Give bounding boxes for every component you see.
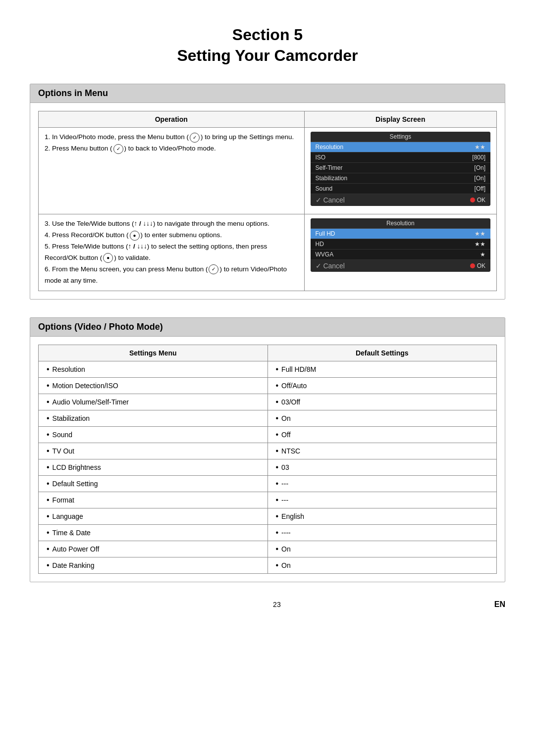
settings-screen: Settings Resolution ★★ ISO [800] Self-Ti… xyxy=(311,132,491,206)
ok-icon-2: ● xyxy=(103,253,113,263)
bullet-icon: • xyxy=(276,480,279,488)
setting-cell: • Sound xyxy=(39,426,268,443)
setting-cell: • Audio Volume/Self-Timer xyxy=(39,394,268,410)
screen-row-wvga: WVGA ★ xyxy=(311,250,491,260)
bullet-icon: • xyxy=(47,414,50,422)
cancel-icon-1: ✓ Cancel xyxy=(316,196,345,204)
screen-row-stabilization: Stabilization [On] xyxy=(311,173,491,184)
default-value: Full HD/8M xyxy=(281,365,316,373)
page-number: 23 xyxy=(59,601,494,608)
bullet-icon: • xyxy=(47,480,50,488)
options-in-menu-header: Options in Menu xyxy=(30,84,505,103)
screen-row-fullhd: Full HD ★★ xyxy=(311,229,491,239)
operation-cell-1: 1. In Video/Photo mode, press the Menu b… xyxy=(39,128,305,214)
section-title-line1: Section 5 xyxy=(232,26,303,44)
default-cell: • On xyxy=(268,410,497,426)
options-in-menu-content: Operation Display Screen 1. In Video/Pho… xyxy=(30,103,505,299)
ok-circle-2 xyxy=(470,263,475,268)
default-cell: • --- xyxy=(268,492,497,508)
col-settings-header: Settings Menu xyxy=(39,345,268,361)
bullet-icon: • xyxy=(276,545,279,553)
setting-label: Time & Date xyxy=(53,529,91,537)
default-cell: • 03 xyxy=(268,459,497,475)
table-row: • Time & Date • ---- xyxy=(39,524,497,541)
setting-label: Resolution xyxy=(53,365,85,373)
default-value: ---- xyxy=(281,529,291,537)
bullet-icon: • xyxy=(47,398,50,406)
setting-cell: • Time & Date xyxy=(39,524,268,541)
table-row: • Stabilization • On xyxy=(39,410,497,426)
bullet-icon: • xyxy=(276,414,279,422)
default-cell: • English xyxy=(268,508,497,524)
setting-cell: • Date Ranking xyxy=(39,557,268,573)
table-row: • TV Out • NTSC xyxy=(39,443,497,459)
screen-cancel-bar-2: ✓ Cancel OK xyxy=(311,260,491,272)
setting-cell: • LCD Brightness xyxy=(39,459,268,475)
setting-label: Auto Power Off xyxy=(53,545,100,553)
screen-row-hd: HD ★★ xyxy=(311,239,491,250)
table-row: • Default Setting • --- xyxy=(39,475,497,492)
bullet-icon: • xyxy=(47,545,50,553)
bullet-icon: • xyxy=(47,512,50,520)
setting-label: Motion Detection/ISO xyxy=(53,382,118,390)
options-in-menu-block: Options in Menu Operation Display Screen… xyxy=(30,84,505,300)
bullet-icon: • xyxy=(276,463,279,471)
setting-label: TV Out xyxy=(53,447,74,455)
operation-cell-2: 3. Use the Tele/Wide buttons (↑ / ↓↓↓) t… xyxy=(39,214,305,291)
default-value: Off xyxy=(281,431,290,439)
setting-label: Language xyxy=(53,512,83,520)
setting-cell: • Language xyxy=(39,508,268,524)
bullet-icon: • xyxy=(47,365,50,373)
col-operation-header: Operation xyxy=(39,111,305,128)
setting-cell: • Format xyxy=(39,492,268,508)
table-row: • Language • English xyxy=(39,508,497,524)
options-video-header: Options (Video / Photo Mode) xyxy=(30,318,505,337)
default-value: --- xyxy=(281,480,288,488)
bullet-icon: • xyxy=(276,512,279,520)
default-value: Off/Auto xyxy=(281,382,307,390)
default-value: English xyxy=(281,512,304,520)
table-row: • Resolution • Full HD/8M xyxy=(39,361,497,377)
bullet-icon: • xyxy=(276,382,279,390)
setting-label: LCD Brightness xyxy=(53,463,101,471)
table-row: • Sound • Off xyxy=(39,426,497,443)
col-display-header: Display Screen xyxy=(304,111,497,128)
screen-cancel-bar-1: ✓ Cancel OK xyxy=(311,194,491,206)
menu-icon-1: ✓ xyxy=(190,133,200,143)
table-row: • Date Ranking • On xyxy=(39,557,497,573)
default-value: --- xyxy=(281,496,288,504)
ok-btn-1: OK xyxy=(470,197,485,203)
setting-label: Date Ranking xyxy=(53,561,95,569)
bullet-icon: • xyxy=(47,561,50,569)
default-value: NTSC xyxy=(281,447,300,455)
setting-label: Audio Volume/Self-Timer xyxy=(53,398,129,406)
setting-cell: • Stabilization xyxy=(39,410,268,426)
bullet-icon: • xyxy=(276,447,279,455)
screen-row-self-timer: Self-Timer [On] xyxy=(311,163,491,173)
table-row: • Format • --- xyxy=(39,492,497,508)
bullet-icon: • xyxy=(276,561,279,569)
options-video-photo-block: Options (Video / Photo Mode) Settings Me… xyxy=(30,317,505,582)
default-value: On xyxy=(281,414,291,422)
screen-title-resolution: Resolution xyxy=(311,218,491,229)
default-cell: • ---- xyxy=(268,524,497,541)
col-defaults-header: Default Settings xyxy=(268,345,497,361)
bullet-icon: • xyxy=(276,431,279,439)
locale-label: EN xyxy=(494,600,505,609)
screen-row-resolution: Resolution ★★ xyxy=(311,142,491,152)
bullet-icon: • xyxy=(276,529,279,537)
bullet-icon: • xyxy=(276,496,279,504)
page-footer: 23 EN xyxy=(30,600,505,609)
setting-cell: • TV Out xyxy=(39,443,268,459)
bullet-icon: • xyxy=(47,529,50,537)
bullet-icon: • xyxy=(276,365,279,373)
setting-cell: • Resolution xyxy=(39,361,268,377)
bullet-icon: • xyxy=(276,398,279,406)
table-row: • Motion Detection/ISO • Off/Auto xyxy=(39,377,497,394)
resolution-screen: Resolution Full HD ★★ HD ★★ WVGA xyxy=(311,218,491,272)
screen-title-settings: Settings xyxy=(311,132,491,142)
table-row: • LCD Brightness • 03 xyxy=(39,459,497,475)
default-cell: • Full HD/8M xyxy=(268,361,497,377)
table-row: 3. Use the Tele/Wide buttons (↑ / ↓↓↓) t… xyxy=(39,214,497,291)
ok-circle-1 xyxy=(470,198,475,202)
